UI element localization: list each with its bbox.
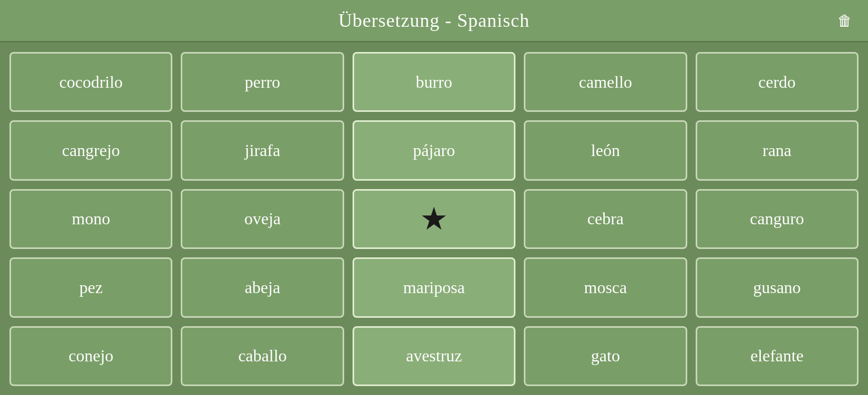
card-caballo[interactable]: caballo xyxy=(181,326,344,386)
card-mariposa[interactable]: mariposa xyxy=(353,257,515,317)
card-label-mariposa: mariposa xyxy=(403,278,464,297)
card-label-perro: perro xyxy=(245,72,281,92)
card-cerdo[interactable]: cerdo xyxy=(696,52,859,112)
card-mosca[interactable]: mosca xyxy=(524,257,687,317)
card-cebra[interactable]: cebra xyxy=(524,189,687,249)
card-cangrejo[interactable]: cangrejo xyxy=(9,120,172,180)
card-camello[interactable]: camello xyxy=(524,52,687,112)
card-gusano[interactable]: gusano xyxy=(696,257,859,317)
star-icon: ★ xyxy=(420,203,448,235)
card-cocodrilo[interactable]: cocodrilo xyxy=(9,52,172,112)
card-label-conejo: conejo xyxy=(69,346,113,366)
card-label-cebra: cebra xyxy=(587,209,624,228)
card-conejo[interactable]: conejo xyxy=(9,326,172,386)
card-label-jirafa: jirafa xyxy=(245,141,281,160)
card-pajaro[interactable]: pájaro xyxy=(353,120,515,180)
card-leon[interactable]: león xyxy=(524,120,687,180)
card-burro[interactable]: burro xyxy=(353,52,515,112)
card-label-rana: rana xyxy=(762,141,791,160)
card-label-abeja: abeja xyxy=(245,278,281,297)
card-oveja[interactable]: oveja xyxy=(181,189,344,249)
card-avestruz[interactable]: avestruz xyxy=(353,326,515,386)
card-pez[interactable]: pez xyxy=(9,257,172,317)
page-title: Übersetzung - Spanisch xyxy=(338,9,530,32)
card-label-gusano: gusano xyxy=(753,278,801,297)
card-label-oveja: oveja xyxy=(244,209,281,228)
card-label-mosca: mosca xyxy=(584,278,627,297)
card-label-gato: gato xyxy=(591,346,620,366)
card-label-elefante: elefante xyxy=(750,346,803,366)
card-rana[interactable]: rana xyxy=(696,120,859,180)
card-mono[interactable]: mono xyxy=(9,189,172,249)
card-label-pez: pez xyxy=(79,278,102,297)
card-label-mono: mono xyxy=(72,209,110,228)
word-grid: cocodriloperroburrocamellocerdocangrejoj… xyxy=(0,43,868,395)
card-label-burro: burro xyxy=(416,72,452,92)
card-label-cocodrilo: cocodrilo xyxy=(59,72,123,92)
card-label-caballo: caballo xyxy=(238,346,286,366)
card-label-canguro: canguro xyxy=(750,209,804,228)
card-label-cerdo: cerdo xyxy=(758,72,795,92)
card-elefante[interactable]: elefante xyxy=(696,326,859,386)
header: Übersetzung - Spanisch 🗑 xyxy=(0,0,868,43)
card-label-camello: camello xyxy=(579,72,632,92)
card-label-avestruz: avestruz xyxy=(406,346,462,366)
card-label-pajaro: pájaro xyxy=(413,141,455,160)
card-label-leon: león xyxy=(591,141,620,160)
card-canguro[interactable]: canguro xyxy=(696,189,859,249)
trash-icon[interactable]: 🗑 xyxy=(838,12,852,29)
card-gato[interactable]: gato xyxy=(524,326,687,386)
card-star[interactable]: ★ xyxy=(353,189,515,249)
card-label-cangrejo: cangrejo xyxy=(62,141,120,160)
card-perro[interactable]: perro xyxy=(181,52,344,112)
card-jirafa[interactable]: jirafa xyxy=(181,120,344,180)
card-abeja[interactable]: abeja xyxy=(181,257,344,317)
